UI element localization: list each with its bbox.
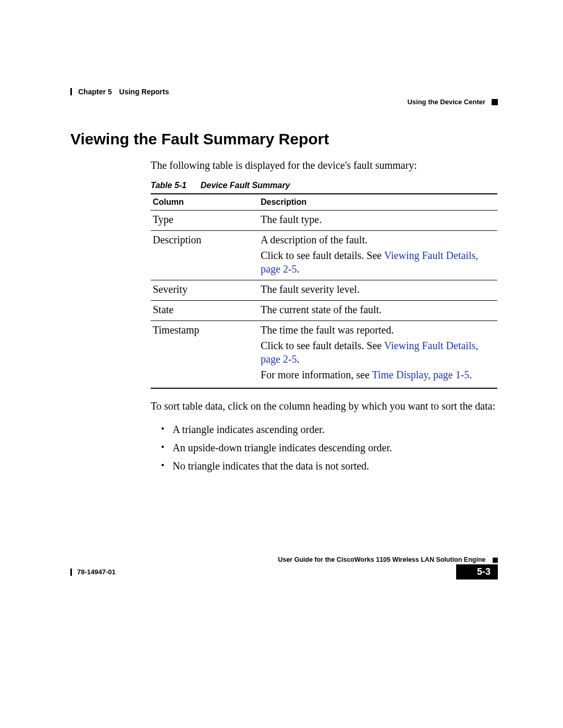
description-line: The fault severity level. <box>261 282 493 296</box>
cross-reference-link[interactable]: Time Display, page 1-5 <box>372 369 469 380</box>
table-cell-description: The fault type. <box>259 211 497 231</box>
table-cell-column: State <box>151 301 259 321</box>
table-row: TypeThe fault type. <box>151 211 497 231</box>
page-title: Viewing the Fault Summary Report <box>70 130 498 148</box>
doc-number: 78-14947-01 <box>77 568 116 576</box>
table-cell-column: Type <box>151 211 259 231</box>
header-right: Using the Device Center <box>407 98 498 106</box>
table-cell-description: The time the fault was reported.Click to… <box>259 321 497 389</box>
description-line: A description of the fault. <box>261 233 493 246</box>
page-content: Viewing the Fault Summary Report The fol… <box>70 130 498 473</box>
intro-text: The following table is displayed for the… <box>151 159 498 171</box>
description-line: The time the fault was reported. <box>261 323 493 337</box>
page-number-badge: 5-3 <box>456 564 498 579</box>
square-marker-icon <box>493 558 498 563</box>
table-row: DescriptionA description of the fault.Cl… <box>151 231 497 280</box>
chapter-label: Chapter 5 <box>78 88 112 96</box>
footer-book-title: User Guide for the CiscoWorks 1105 Wirel… <box>278 556 485 563</box>
description-line: For more information, see Time Display, … <box>261 368 493 381</box>
footer-left: 78-14947-01 <box>70 568 116 576</box>
document-page: Chapter 5 Using Reports Using the Device… <box>0 0 563 728</box>
table-header-row: Column Description <box>151 194 497 211</box>
table-row: SeverityThe fault severity level. <box>151 280 497 301</box>
table-caption: Table 5-1 Device Fault Summary <box>151 181 498 190</box>
list-item: An upside-down triangle indicates descen… <box>159 441 498 455</box>
footer-book-title-row: User Guide for the CiscoWorks 1105 Wirel… <box>70 556 498 563</box>
header-left: Chapter 5 Using Reports <box>70 88 169 96</box>
description-line: The current state of the fault. <box>261 303 493 316</box>
table-row: StateThe current state of the fault. <box>151 301 497 321</box>
description-line: Click to see fault details. See Viewing … <box>261 339 493 366</box>
table-caption-number: Table 5-1 <box>151 181 187 190</box>
page-footer: User Guide for the CiscoWorks 1105 Wirel… <box>70 556 498 579</box>
header-rule-icon <box>70 88 72 95</box>
cross-reference-link[interactable]: Viewing Fault Details, page 2-5 <box>261 340 478 365</box>
sort-instruction-text: To sort table data, click on the column … <box>151 400 498 412</box>
sort-bullet-list: A triangle indicates ascending order.An … <box>159 423 498 473</box>
fault-summary-table: Column Description TypeThe fault type.De… <box>151 193 497 389</box>
table-caption-title: Device Fault Summary <box>201 181 290 190</box>
col-header-description: Description <box>259 194 497 211</box>
table-cell-column: Description <box>151 231 259 280</box>
chapter-title: Using Reports <box>119 88 169 96</box>
table-cell-description: The current state of the fault. <box>259 301 497 321</box>
col-header-column: Column <box>151 194 259 211</box>
section-breadcrumb: Using the Device Center <box>407 98 485 106</box>
table-cell-column: Timestamp <box>151 321 259 389</box>
table-cell-column: Severity <box>151 280 259 301</box>
table-row: TimestampThe time the fault was reported… <box>151 321 497 389</box>
description-line: The fault type. <box>261 213 493 226</box>
table-cell-description: A description of the fault.Click to see … <box>259 231 497 280</box>
cross-reference-link[interactable]: Viewing Fault Details, page 2-5 <box>261 250 478 275</box>
list-item: A triangle indicates ascending order. <box>159 423 498 437</box>
square-marker-icon <box>492 99 498 105</box>
list-item: No triangle indicates that the data is n… <box>159 459 498 473</box>
description-line: Click to see fault details. See Viewing … <box>261 249 493 276</box>
footer-rule-icon <box>70 569 72 576</box>
table-cell-description: The fault severity level. <box>259 280 497 301</box>
